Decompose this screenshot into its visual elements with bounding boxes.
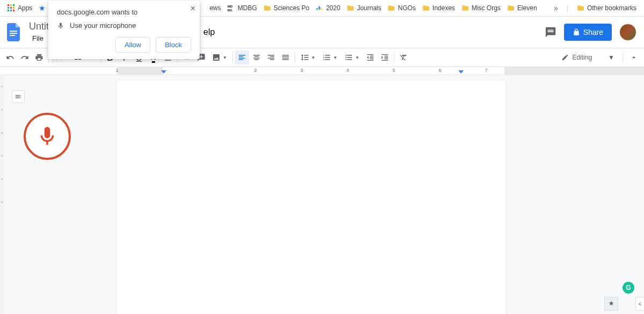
align-center-button[interactable] [250,50,264,64]
folder-icon [422,4,430,12]
bookmark-journals[interactable]: Journals [343,2,384,14]
svg-rect-6 [8,10,9,11]
svg-rect-3 [8,7,9,9]
line-spacing-button[interactable]: ▼ [297,50,319,64]
bookmark-miscorgs[interactable]: Misc Orgs [458,2,504,14]
increase-indent-button[interactable] [378,50,392,64]
svg-rect-4 [10,7,12,9]
mode-select[interactable]: Editing ▼ [557,50,619,64]
svg-rect-2 [13,4,14,6]
permission-desc: Use your microphone [70,21,136,30]
folder-icon [577,4,584,12]
docs-logo[interactable] [4,23,24,42]
mode-label: Editing [572,54,592,61]
undo-button[interactable] [3,50,17,64]
svg-rect-5 [13,7,14,9]
insert-image-button[interactable]: ▼ [209,50,230,64]
gdrive-icon [316,4,323,12]
bookmark-2020[interactable]: 2020 [312,2,343,14]
folder-icon [387,4,395,12]
svg-rect-13 [10,35,15,36]
microphone-icon [57,22,64,30]
bookmark-indexes[interactable]: Indexes [419,2,458,14]
menu-help-partial[interactable]: elp [200,26,218,38]
outline-toggle[interactable] [12,90,25,103]
folder-icon [462,4,469,12]
chevron-down-icon: ▼ [333,55,338,60]
print-button[interactable] [32,50,46,64]
apps-icon [8,4,15,12]
align-justify-button[interactable] [279,50,292,64]
folder-icon [264,4,271,12]
apps-button[interactable]: Apps [4,2,35,14]
svg-text:MD: MD [228,5,233,8]
side-panel-toggle[interactable]: < [635,297,644,311]
document-title[interactable]: Untit [29,21,49,32]
folder-icon [347,4,354,12]
microphone-icon [36,125,58,148]
menu-file[interactable]: File [29,33,47,43]
right-indent-marker[interactable] [458,70,464,74]
bookmark-eleven[interactable]: Eleven [504,2,540,14]
close-button[interactable]: × [191,4,195,13]
svg-text:BG: BG [228,9,232,12]
collapse-toolbar-button[interactable] [627,50,641,64]
other-bookmarks[interactable]: Other bookmarks [574,2,640,14]
bookmarks-overflow[interactable]: » [551,4,561,12]
permission-dialog: × docs.google.com wants to Use your micr… [48,1,200,59]
document-page[interactable] [117,81,506,314]
clear-formatting-button[interactable] [397,50,411,64]
star-icon: ★ [39,4,46,12]
numbered-list-button[interactable]: ▼ [319,50,341,64]
share-label: Share [583,28,603,36]
bookmark-sciencespo[interactable]: Sciences Po [260,2,313,14]
block-button[interactable]: Block [156,37,191,53]
voice-typing-mic[interactable] [24,113,71,160]
decrease-indent-button[interactable] [363,50,377,64]
pencil-icon [561,54,569,61]
chevron-down-icon: ▼ [608,54,614,61]
share-button[interactable]: Share [564,24,612,41]
svg-rect-1 [10,4,12,6]
svg-rect-8 [13,10,14,11]
bookmark-ngos[interactable]: NGOs [384,2,419,14]
menu-bar: File [29,33,49,43]
align-right-button[interactable] [264,50,278,64]
canvas: G < [0,75,644,314]
bookmark-mdbg[interactable]: MDBG MDBG [224,2,260,14]
permission-title: docs.google.com wants to [57,8,191,16]
explore-button[interactable] [604,297,618,311]
lock-icon [573,28,580,36]
ruler[interactable]: 1 2 3 4 5 6 7 [0,67,644,75]
left-indent-marker[interactable] [161,70,166,74]
svg-rect-7 [10,10,12,11]
avatar[interactable] [619,24,636,41]
redo-button[interactable] [18,50,32,64]
bulleted-list-button[interactable]: ▼ [341,50,363,64]
svg-rect-0 [8,4,9,6]
apps-label: Apps [18,4,32,12]
bookmark-partial-2[interactable]: ews [206,2,224,14]
folder-icon [507,4,515,12]
allow-button[interactable]: Allow [115,37,150,53]
chevron-down-icon: ▼ [223,55,227,60]
chevron-down-icon: ▼ [355,55,360,60]
mdbg-icon: MDBG [228,4,235,12]
svg-rect-11 [10,31,17,32]
svg-rect-12 [10,33,17,34]
chevron-down-icon: ▼ [311,55,316,60]
left-gutter [0,75,4,314]
grammarly-badge[interactable]: G [623,282,634,294]
comments-icon[interactable] [545,26,557,38]
align-left-button[interactable] [235,50,249,64]
